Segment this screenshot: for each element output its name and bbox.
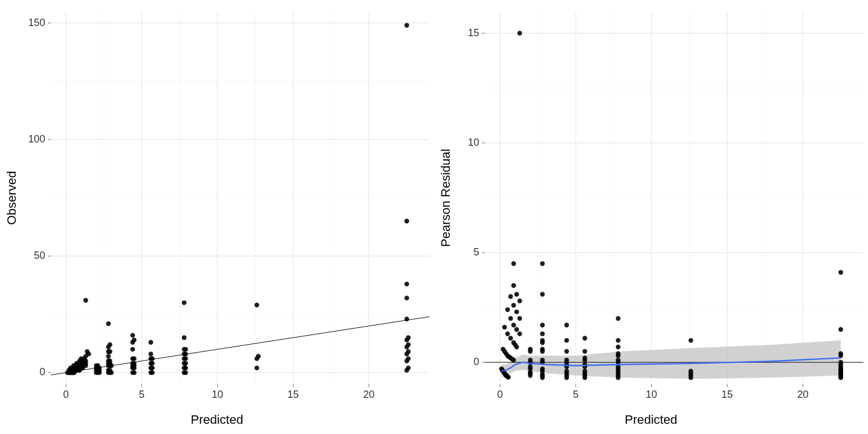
x-tick-label: 15 — [282, 389, 305, 401]
data-point — [96, 363, 100, 368]
data-point — [839, 270, 843, 275]
data-point — [511, 358, 516, 362]
data-point — [150, 366, 154, 370]
data-point — [182, 335, 186, 340]
data-point — [183, 361, 188, 366]
data-point — [517, 316, 522, 320]
data-point — [131, 333, 135, 337]
data-point — [508, 294, 513, 299]
data-point — [256, 354, 261, 358]
data-point — [506, 375, 510, 379]
data-point — [150, 370, 154, 375]
data-point — [583, 369, 587, 374]
data-point — [405, 316, 409, 321]
data-point — [583, 355, 587, 360]
x-tick-label: 0 — [55, 389, 77, 401]
data-point — [405, 23, 409, 28]
data-point — [149, 351, 153, 356]
data-point — [514, 292, 519, 297]
data-point — [511, 283, 516, 288]
data-point — [132, 337, 136, 342]
data-point — [405, 281, 409, 286]
data-point — [107, 349, 112, 354]
data-point — [406, 342, 410, 347]
y-tick-label: 15 — [468, 27, 479, 39]
data-point — [132, 361, 136, 366]
data-point — [540, 292, 545, 297]
data-point — [502, 325, 507, 329]
data-point — [83, 298, 88, 302]
data-point — [132, 356, 136, 361]
data-point — [517, 31, 522, 36]
data-point — [107, 359, 112, 363]
data-point — [514, 345, 519, 349]
data-point — [540, 347, 545, 351]
data-point — [254, 366, 259, 370]
right-y-axis-title: Pearson Residual — [439, 11, 453, 384]
data-point — [505, 332, 510, 336]
data-point — [505, 307, 510, 312]
data-point — [511, 261, 516, 266]
data-point — [565, 349, 569, 354]
left-plot-area — [51, 11, 429, 384]
x-tick-label: 10 — [206, 389, 229, 401]
data-point — [565, 369, 569, 374]
data-point — [616, 345, 620, 349]
data-point — [688, 369, 693, 374]
data-point — [528, 347, 532, 351]
data-point — [511, 303, 516, 307]
data-point — [688, 338, 693, 342]
data-point — [508, 336, 513, 340]
x-tick-label: 10 — [640, 389, 663, 401]
y-tick-label: 100 — [28, 133, 45, 145]
data-point — [405, 296, 409, 300]
x-tick-label: 5 — [131, 389, 153, 401]
left-y-axis-title: Observed — [5, 11, 19, 384]
data-point — [528, 364, 532, 369]
data-point — [511, 323, 516, 327]
data-point — [406, 335, 410, 340]
data-point — [132, 370, 136, 375]
left-svg — [51, 11, 429, 384]
data-point — [150, 356, 154, 361]
x-tick-label: 5 — [565, 389, 587, 401]
data-point — [540, 323, 545, 327]
data-point — [183, 356, 188, 361]
data-point — [183, 366, 188, 370]
data-point — [583, 336, 587, 340]
data-point — [254, 303, 259, 307]
y-tick-label: 0 — [474, 356, 479, 368]
y-tick-label: 5 — [474, 246, 479, 258]
data-point — [514, 310, 519, 314]
data-point — [583, 349, 587, 354]
x-tick-label: 0 — [489, 389, 511, 401]
data-point — [565, 323, 569, 327]
data-point — [839, 351, 843, 355]
data-point — [514, 327, 519, 332]
x-tick-label: 15 — [716, 389, 739, 401]
data-point — [183, 351, 188, 356]
data-point — [540, 338, 545, 342]
right-panel: Predicted Pearson Residual 0510152005101… — [434, 0, 868, 434]
data-point — [182, 300, 186, 305]
data-point — [839, 360, 843, 364]
data-point — [106, 322, 111, 326]
data-point — [565, 358, 569, 362]
data-point — [149, 340, 153, 345]
data-point — [183, 370, 188, 375]
data-point — [405, 219, 409, 223]
data-point — [616, 351, 620, 355]
y-tick-label: 150 — [28, 17, 45, 29]
data-point — [508, 316, 513, 320]
data-point — [540, 358, 545, 362]
data-point — [107, 368, 112, 372]
y-tick-label: 0 — [40, 366, 45, 378]
data-point — [406, 349, 410, 354]
data-point — [406, 366, 410, 370]
data-point — [583, 362, 587, 367]
data-point — [540, 367, 545, 371]
ci-band — [501, 340, 840, 379]
data-point — [616, 316, 620, 320]
data-point — [616, 358, 620, 362]
data-point — [517, 298, 522, 303]
